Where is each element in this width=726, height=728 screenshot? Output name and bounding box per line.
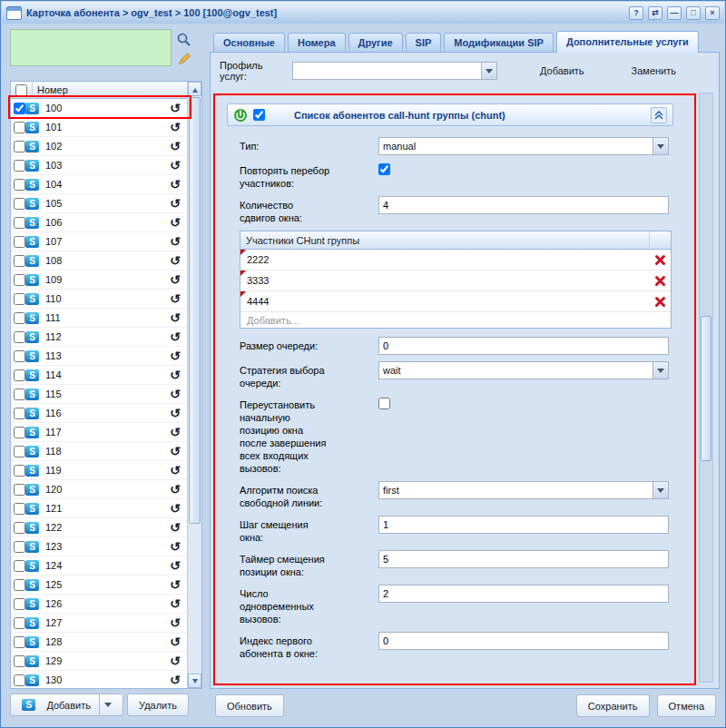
row-checkbox[interactable] (14, 350, 25, 362)
history-icon[interactable]: ↺ (170, 369, 184, 381)
tab-item[interactable]: Основные (213, 33, 285, 52)
delete-member-icon[interactable] (649, 296, 671, 308)
list-item[interactable]: S109↺ (11, 271, 187, 290)
delete-member-icon[interactable] (649, 275, 671, 287)
history-icon[interactable]: ↺ (170, 654, 184, 667)
history-icon[interactable]: ↺ (170, 502, 184, 515)
first-index-input[interactable] (378, 632, 669, 650)
member-row[interactable]: 2222 (240, 250, 671, 271)
row-checkbox[interactable] (14, 160, 25, 172)
chevron-down-icon[interactable] (652, 138, 668, 154)
list-item[interactable]: S122↺ (11, 518, 187, 537)
member-number[interactable]: 2222 (240, 250, 649, 270)
row-checkbox[interactable] (14, 579, 25, 591)
member-number[interactable]: 3333 (240, 271, 649, 290)
history-icon[interactable]: ↺ (170, 159, 184, 172)
row-checkbox[interactable] (14, 389, 25, 400)
history-icon[interactable]: ↺ (170, 635, 184, 648)
history-icon[interactable]: ↺ (170, 330, 184, 343)
row-checkbox[interactable] (14, 427, 25, 438)
history-icon[interactable]: ↺ (170, 521, 184, 534)
list-item[interactable]: S106↺ (11, 213, 187, 232)
list-item[interactable]: S110↺ (11, 290, 187, 309)
form-scrollbar[interactable] (699, 93, 713, 683)
list-item[interactable]: S117↺ (11, 423, 187, 442)
list-item[interactable]: S111↺ (11, 309, 187, 328)
list-item[interactable]: S126↺ (11, 595, 187, 614)
list-item[interactable]: S125↺ (11, 576, 187, 595)
type-combobox[interactable]: manual (378, 137, 669, 155)
list-item[interactable]: S114↺ (11, 366, 187, 385)
history-icon[interactable]: ↺ (170, 674, 184, 686)
tab-active[interactable]: Дополнительные услуги (556, 31, 699, 53)
row-checkbox[interactable] (14, 312, 25, 324)
history-icon[interactable]: ↺ (170, 102, 184, 114)
row-checkbox[interactable] (14, 484, 25, 496)
history-icon[interactable]: ↺ (170, 140, 184, 152)
row-checkbox[interactable] (14, 560, 25, 572)
select-all-checkbox[interactable] (15, 84, 27, 96)
scroll-up-icon[interactable] (188, 82, 201, 96)
history-icon[interactable]: ↺ (170, 616, 184, 629)
number-column-header[interactable]: Номер (33, 84, 68, 95)
list-item[interactable]: S128↺ (11, 633, 187, 652)
history-icon[interactable]: ↺ (170, 311, 184, 324)
members-add-row[interactable]: Добавить... (240, 312, 671, 328)
tab-item[interactable]: Модификации SIP (444, 33, 554, 52)
history-icon[interactable]: ↺ (170, 121, 184, 133)
row-checkbox[interactable] (14, 369, 25, 381)
row-checkbox[interactable] (14, 655, 25, 667)
delete-member-icon[interactable] (649, 254, 671, 266)
row-checkbox[interactable] (14, 198, 25, 210)
repeat-checkbox[interactable] (378, 163, 390, 175)
row-checkbox[interactable] (14, 636, 25, 648)
chevron-down-icon[interactable] (104, 703, 112, 711)
history-icon[interactable]: ↺ (170, 464, 184, 477)
history-icon[interactable]: ↺ (170, 349, 184, 362)
collapse-icon[interactable] (651, 107, 667, 123)
list-item[interactable]: S120↺ (11, 480, 187, 499)
search-icon[interactable] (175, 32, 191, 48)
member-number[interactable]: 4444 (240, 291, 649, 311)
history-icon[interactable]: ↺ (170, 597, 184, 610)
history-icon[interactable]: ↺ (170, 540, 184, 553)
row-checkbox[interactable] (14, 255, 25, 267)
window-step-input[interactable] (378, 516, 669, 534)
delete-subscriber-button[interactable]: Удалить (127, 694, 189, 716)
history-icon[interactable]: ↺ (170, 235, 184, 248)
shift-timer-input[interactable] (378, 550, 669, 568)
member-row[interactable]: 4444 (240, 291, 671, 312)
row-checkbox[interactable] (14, 522, 25, 534)
row-checkbox[interactable] (14, 103, 25, 114)
list-item[interactable]: S112↺ (11, 328, 187, 347)
row-checkbox[interactable] (14, 674, 25, 686)
scroll-down-icon[interactable] (188, 674, 201, 688)
refresh-button[interactable]: Обновить (215, 694, 284, 717)
power-icon[interactable] (233, 108, 248, 123)
reset-position-checkbox[interactable] (378, 398, 390, 409)
list-item[interactable]: S118↺ (11, 442, 187, 461)
row-checkbox[interactable] (14, 274, 25, 286)
list-item[interactable]: S113↺ (11, 347, 187, 366)
add-subscriber-button[interactable]: S Добавить (10, 694, 123, 716)
list-item[interactable]: S129↺ (11, 652, 187, 671)
list-item[interactable]: S116↺ (11, 404, 187, 423)
list-scrollbar[interactable] (187, 82, 201, 688)
simultaneous-calls-input[interactable] (378, 585, 669, 603)
list-item[interactable]: S101↺ (11, 118, 187, 137)
member-row[interactable]: 3333 (240, 271, 671, 291)
pencil-icon[interactable] (175, 52, 191, 68)
history-icon[interactable]: ↺ (170, 273, 184, 286)
list-item[interactable]: S107↺ (11, 232, 187, 251)
search-algorithm-combobox[interactable]: first (378, 481, 669, 499)
cancel-button[interactable]: Отмена (657, 694, 716, 717)
history-icon[interactable]: ↺ (170, 216, 184, 229)
row-checkbox[interactable] (14, 331, 25, 343)
list-item[interactable]: S121↺ (11, 499, 187, 518)
history-icon[interactable]: ↺ (170, 559, 184, 572)
queue-strategy-combobox[interactable]: wait (378, 361, 669, 379)
service-enabled-checkbox[interactable] (253, 109, 265, 121)
row-checkbox[interactable] (14, 446, 25, 457)
queue-size-input[interactable] (378, 337, 669, 355)
list-item[interactable]: S115↺ (11, 385, 187, 404)
